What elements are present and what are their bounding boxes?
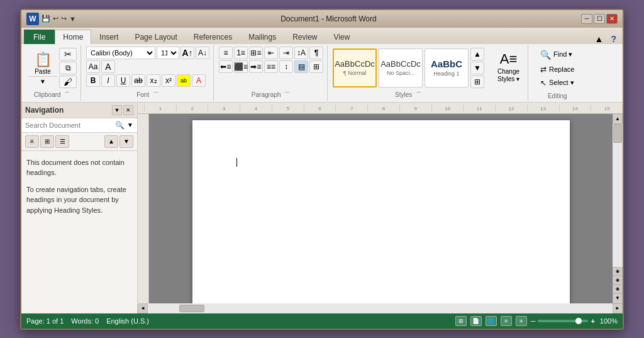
tab-page-layout[interactable]: Page Layout (126, 30, 185, 44)
search-icon[interactable]: 🔍 (115, 121, 125, 130)
italic-button[interactable]: I (101, 74, 115, 87)
doc-scroll-area[interactable] (149, 114, 613, 303)
maximize-button[interactable]: ☐ (594, 14, 605, 24)
change-styles-icon: A≡ (500, 51, 518, 67)
underline-button[interactable]: U (116, 74, 130, 87)
tab-view[interactable]: View (326, 30, 358, 44)
text-highlight-button[interactable]: ab (177, 74, 191, 87)
style-heading1[interactable]: AaBbC Heading 1 (425, 48, 469, 87)
font-color-button[interactable]: A (192, 74, 206, 87)
nav-close-btn[interactable]: ✕ (123, 105, 133, 115)
nav-next-btn[interactable]: ▼ (119, 135, 133, 148)
paragraph-expand-icon[interactable]: ⌒ (284, 91, 291, 98)
language-indicator[interactable]: English (U.S.) (106, 317, 149, 325)
find-button[interactable]: 🔍 Find ▾ (536, 48, 579, 62)
print-layout-btn[interactable]: ⊞ (455, 316, 467, 326)
search-dropdown-icon[interactable]: ▼ (127, 121, 133, 128)
font-family-select[interactable]: Calibri (Body) (86, 47, 155, 59)
borders-button[interactable]: ⊞ (309, 60, 323, 73)
ruler-mark: 5 (272, 104, 304, 111)
cut-button[interactable]: ✂ (59, 48, 77, 60)
zoom-in-btn[interactable]: + (591, 317, 594, 325)
search-input[interactable] (25, 121, 113, 129)
zoom-slider[interactable] (538, 320, 588, 322)
shrink-font-button[interactable]: A↓ (196, 47, 209, 59)
bold-button[interactable]: B (86, 74, 100, 87)
web-layout-btn[interactable]: 🌐 (486, 316, 497, 326)
replace-button[interactable]: ⇄ Replace (536, 63, 579, 76)
font-size-select[interactable]: 11 (157, 47, 179, 59)
styles-up-button[interactable]: ▲ (470, 48, 484, 60)
nav-browse-view-btn[interactable]: ☰ (55, 135, 69, 148)
align-center-button[interactable]: ⬛≡ (234, 60, 248, 73)
nav-expand-btn[interactable]: ▼ (112, 105, 122, 115)
scroll-thumb[interactable] (613, 124, 622, 143)
show-hide-button[interactable]: ¶ (309, 47, 323, 59)
select-button[interactable]: ↖ Select ▾ (536, 77, 579, 89)
scroll-select-btn[interactable]: ◉ (613, 276, 623, 284)
format-painter-button[interactable]: 🖌 (59, 76, 77, 88)
align-right-button[interactable]: ➡≡ (249, 60, 263, 73)
tab-home[interactable]: Home (55, 30, 91, 44)
draft-btn[interactable]: ≡ (516, 316, 527, 326)
help-btn[interactable]: ? (607, 34, 620, 44)
full-reading-btn[interactable]: 📄 (470, 316, 482, 326)
close-button[interactable]: ✕ (606, 14, 618, 24)
h-scroll-thumb[interactable] (179, 305, 204, 312)
decrease-indent-button[interactable]: ⇤ (264, 47, 278, 59)
styles-more-button[interactable]: ⊞ (470, 76, 484, 88)
scroll-select-next-btn[interactable]: ◉ (613, 284, 623, 293)
copy-button[interactable]: ⧉ (59, 62, 77, 74)
paste-top[interactable]: 📋 Paste (28, 49, 57, 77)
document-page[interactable] (192, 120, 570, 303)
clipboard-expand-icon[interactable]: ⌒ (64, 91, 70, 98)
outline-btn[interactable]: ≡ (501, 316, 512, 326)
font-expand-icon[interactable]: ⌒ (153, 91, 159, 98)
zoom-out-btn[interactable]: ─ (531, 317, 536, 325)
align-left-button[interactable]: ⬅≡ (219, 60, 233, 73)
ribbon-collapse-btn[interactable]: ▲ (591, 34, 608, 44)
multilevel-button[interactable]: ⊞≡ (249, 47, 263, 59)
nav-prev-btn[interactable]: ▲ (104, 135, 118, 148)
paste-button[interactable]: 📋 Paste ▼ (28, 48, 58, 87)
h-scroll-track[interactable] (148, 303, 613, 313)
superscript-button[interactable]: x² (162, 74, 175, 87)
shading-button[interactable]: ▤ (294, 60, 308, 73)
scroll-select-prev-btn[interactable]: ◉ (613, 267, 623, 276)
numbering-button[interactable]: 1≡ (234, 47, 248, 59)
nav-list-view-btn[interactable]: ≡ (25, 135, 39, 148)
increase-indent-button[interactable]: ⇥ (279, 47, 293, 59)
style-no-spacing[interactable]: AaBbCcDc No Spaci... (379, 48, 423, 87)
scroll-track[interactable] (613, 124, 623, 267)
tab-review[interactable]: Review (284, 30, 325, 44)
scroll-down-button[interactable]: ▼ (613, 293, 623, 303)
grow-font-button[interactable]: A↑ (180, 47, 194, 59)
tab-insert[interactable]: Insert (91, 30, 126, 44)
strikethrough-button[interactable]: ab (131, 74, 145, 87)
styles-down-button[interactable]: ▼ (470, 62, 484, 74)
tab-references[interactable]: References (186, 30, 240, 44)
h-scroll-right-button[interactable]: ► (613, 303, 623, 313)
tab-file[interactable]: File (24, 30, 55, 44)
minimize-button[interactable]: ─ (581, 14, 592, 24)
bullets-button[interactable]: ≡ (219, 47, 233, 59)
zoom-level[interactable]: 100% (600, 317, 618, 325)
nav-grid-view-btn[interactable]: ⊞ (40, 135, 54, 148)
undo-icon[interactable]: ↩ (53, 14, 58, 23)
change-case-button[interactable]: Aa (86, 60, 100, 73)
h-scroll-left-button[interactable]: ◄ (138, 303, 148, 313)
line-spacing-button[interactable]: ↕ (279, 60, 293, 73)
change-styles-button[interactable]: A≡ ChangeStyles ▾ (493, 48, 524, 86)
style-normal[interactable]: AaBbCcDc ¶ Normal (333, 48, 377, 87)
paste-dropdown[interactable]: ▼ (37, 77, 48, 86)
justify-button[interactable]: ≡≡ (264, 60, 278, 73)
customize-icon[interactable]: ▼ (69, 15, 76, 23)
clear-format-button[interactable]: A (101, 60, 115, 73)
tab-mailings[interactable]: Mailings (240, 30, 284, 44)
scroll-up-button[interactable]: ▲ (613, 114, 623, 124)
styles-expand-icon[interactable]: ⌒ (416, 91, 422, 98)
redo-icon[interactable]: ↪ (61, 14, 67, 23)
sort-button[interactable]: ↕A (294, 47, 308, 59)
save-icon[interactable]: 💾 (42, 14, 50, 23)
subscript-button[interactable]: x₂ (147, 74, 160, 87)
